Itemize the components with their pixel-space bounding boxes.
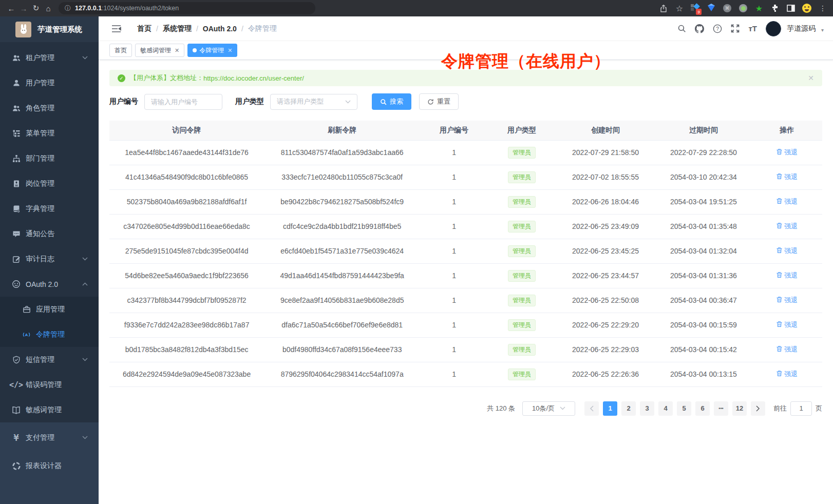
action-cell: 强退 (752, 362, 822, 386)
tab-close-icon[interactable]: ✕ (175, 47, 179, 54)
page-button-12[interactable]: 12 (732, 401, 747, 416)
force-logout-link[interactable]: 强退 (776, 296, 798, 305)
page-button-6[interactable]: 6 (695, 401, 710, 416)
sidebar-item-错误码管理[interactable]: </>错误码管理 (0, 372, 99, 397)
app-logo-bar[interactable]: 芋道管理系统 (0, 16, 99, 42)
doc-link[interactable]: https://doc.iocoder.cn/user-center/ (203, 74, 304, 82)
sidebar-item-通知公告[interactable]: 通知公告 (0, 221, 99, 246)
force-logout-link[interactable]: 强退 (776, 320, 798, 329)
font-size-icon[interactable]: тT (748, 24, 757, 33)
refresh-token-cell: be90422b8c7946218275a508bf524fc9 (264, 189, 420, 214)
forward-icon[interactable]: → (17, 4, 30, 13)
extensions-puzzle-icon[interactable] (770, 3, 780, 13)
username[interactable]: 芋道源码 (787, 24, 816, 33)
user-type-cell: 管理员 (488, 337, 556, 362)
browser-menu-icon[interactable]: ⋮ (818, 3, 828, 13)
goto-page-input[interactable] (790, 401, 812, 416)
expire-time-cell: 2054-03-04 00:15:59 (655, 313, 751, 337)
breadcrumb-item[interactable]: 首页 (137, 24, 152, 33)
sidebar-item-OAuth 2.0[interactable]: OAuth 2.0 (0, 272, 99, 297)
sidebar-item-label: 敏感词管理 (26, 405, 62, 415)
table-row: 275e5de9151045fe87cbdc395e004f4de6cfd40e… (109, 239, 822, 263)
code-icon: </> (12, 380, 21, 389)
reset-button[interactable]: 重置 (419, 93, 459, 110)
search-button[interactable]: 搜索 (372, 93, 411, 110)
refresh-token-cell: 333ecfc71e02480cb11055c875c3ca0f (264, 165, 420, 189)
user-avatar[interactable] (766, 21, 781, 36)
sidebar-menu: 租户管理用户管理角色管理菜单管理部门管理岗位管理字典管理通知公告审计日志OAut… (0, 42, 99, 422)
sidebar-item-菜单管理[interactable]: 菜单管理 (0, 121, 99, 146)
home-icon[interactable]: ⌂ (42, 4, 54, 13)
force-logout-link[interactable]: 强退 (776, 222, 798, 231)
sidebar-item-岗位管理[interactable]: 岗位管理 (0, 171, 99, 196)
app-title: 芋道管理系统 (37, 25, 82, 34)
collapse-sidebar-icon[interactable] (111, 25, 121, 33)
user-id-input[interactable] (144, 94, 222, 110)
info-icon[interactable]: ⓘ (65, 4, 71, 13)
sidebar-item-字典管理[interactable]: 字典管理 (0, 196, 99, 221)
github-icon[interactable] (695, 24, 704, 33)
tab-close-icon[interactable]: ✕ (228, 47, 232, 54)
prev-page-button[interactable] (584, 401, 599, 416)
force-logout-link[interactable]: 强退 (776, 345, 798, 354)
extension-command-icon[interactable]: ⌘ (722, 3, 732, 13)
address-bar[interactable]: ⓘ 127.0.0.1:1024/system/oauth2/token (59, 2, 315, 14)
sidebar-item-应用管理[interactable]: 应用管理 (0, 297, 99, 322)
force-logout-link[interactable]: 强退 (776, 197, 798, 206)
tab-首页[interactable]: 首页 (109, 44, 132, 57)
sidebar-item-部门管理[interactable]: 部门管理 (0, 146, 99, 171)
page-button-2[interactable]: 2 (621, 401, 636, 416)
sidebar-panel-icon[interactable] (786, 3, 796, 13)
page-button-3[interactable]: 3 (640, 401, 654, 416)
force-logout-link[interactable]: 强退 (776, 246, 798, 256)
sidebar-item-用户管理[interactable]: 用户管理 (0, 70, 99, 95)
user-type-select[interactable]: 请选择用户类型 (270, 94, 357, 110)
sidebar-item-短信管理[interactable]: 短信管理 (0, 347, 99, 372)
sidebar-item-租户管理[interactable]: 租户管理 (0, 45, 99, 70)
doc-alert: ✓ 【用户体系】文档地址： https://doc.iocoder.cn/use… (109, 70, 822, 86)
breadcrumb-item[interactable]: OAuth 2.0 (203, 25, 237, 33)
sidebar-item-label: 令牌管理 (36, 330, 65, 339)
more-pages-button[interactable]: ••• (714, 401, 728, 416)
extension-star-icon[interactable]: ★ (754, 3, 764, 13)
profile-avatar-icon[interactable] (802, 3, 812, 13)
breadcrumb-item[interactable]: 系统管理 (163, 24, 192, 33)
user-id-cell: 1 (420, 263, 488, 288)
sidebar-item-label: 通知公告 (26, 229, 54, 239)
user-id-cell: 1 (420, 337, 488, 362)
alert-close-icon[interactable]: ✕ (808, 74, 814, 82)
sidebar-item-label: 用户管理 (26, 79, 54, 88)
sidebar-item-报表设计器[interactable]: 报表设计器 (0, 452, 99, 480)
user-type-cell: 管理员 (488, 239, 556, 263)
search-icon[interactable] (677, 24, 686, 33)
share-icon[interactable] (658, 3, 669, 13)
page-button-4[interactable]: 4 (658, 401, 673, 416)
sidebar-item-角色管理[interactable]: 角色管理 (0, 95, 99, 121)
sidebar-item-审计日志[interactable]: 审计日志 (0, 246, 99, 272)
sidebar-item-令牌管理[interactable]: A令牌管理 (0, 322, 99, 347)
page-button-1[interactable]: 1 (603, 401, 617, 416)
chevron-down-icon[interactable]: ▾ (821, 27, 824, 33)
page-size-select[interactable]: 10条/页 (522, 401, 575, 416)
tab-令牌管理[interactable]: 令牌管理✕ (187, 44, 237, 57)
extension-record-icon[interactable] (738, 3, 748, 13)
next-page-button[interactable] (751, 401, 765, 416)
help-icon[interactable]: ? (713, 24, 722, 33)
refresh-token-cell: 8796295f04064c2983414cc54af1097a (264, 362, 420, 386)
force-logout-link[interactable]: 强退 (776, 148, 798, 157)
tab-敏感词管理[interactable]: 敏感词管理✕ (135, 44, 184, 57)
fullscreen-icon[interactable] (731, 24, 740, 33)
sidebar-item-label: 菜单管理 (26, 129, 54, 138)
sidebar-item-支付管理[interactable]: ¥支付管理 (0, 423, 99, 452)
extension-gem-icon[interactable] (706, 3, 716, 13)
force-logout-link[interactable]: 强退 (776, 172, 798, 182)
sidebar-item-敏感词管理[interactable]: 敏感词管理 (0, 397, 99, 422)
reload-icon[interactable]: ↻ (30, 4, 42, 13)
extension-diamond-icon[interactable]: 9 (690, 3, 701, 13)
bookmark-star-icon[interactable]: ☆ (674, 3, 685, 13)
force-logout-link[interactable]: 强退 (776, 271, 798, 280)
page-button-5[interactable]: 5 (677, 401, 691, 416)
back-icon[interactable]: ← (5, 4, 17, 13)
create-time-cell: 2022-06-25 22:29:03 (556, 337, 655, 362)
force-logout-link[interactable]: 强退 (776, 370, 798, 379)
